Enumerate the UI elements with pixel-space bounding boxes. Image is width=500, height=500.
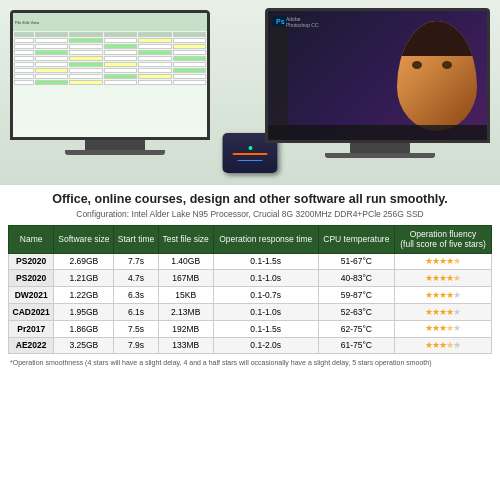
specs-table: Name Software size Start time Test file … <box>8 225 492 354</box>
cell-response: 0.1-1.0s <box>213 270 318 287</box>
cell-stars: ★★★★★ <box>394 287 491 304</box>
cell-test-file: 133MB <box>158 337 213 354</box>
footnote: *Operation smoothness (4 stars will have… <box>8 358 492 367</box>
cell-cpu-temp: 61-75°C <box>318 337 394 354</box>
monitor-right: Ps AdobePhotoshop CC <box>265 8 495 173</box>
table-row: PS2020 1.21GB 4.7s 167MB 0.1-1.0s 40-83°… <box>9 270 492 287</box>
cell-test-file: 2.13MB <box>158 304 213 321</box>
cell-cpu-temp: 40-83°C <box>318 270 394 287</box>
cell-stars: ★★★★★ <box>394 304 491 321</box>
cell-start-time: 7.7s <box>114 253 158 270</box>
config-line: Configuration: Intel Alder Lake N95 Proc… <box>8 209 492 219</box>
cell-stars: ★★★★★ <box>394 320 491 337</box>
cell-stars: ★★★★★ <box>394 270 491 287</box>
cell-response: 0.1-1.5s <box>213 253 318 270</box>
cell-name: PS2020 <box>9 270 54 287</box>
cell-cpu-temp: 59-87°C <box>318 287 394 304</box>
cell-test-file: 1.40GB <box>158 253 213 270</box>
cell-start-time: 4.7s <box>114 270 158 287</box>
cell-cpu-temp: 52-63°C <box>318 304 394 321</box>
cell-cpu-temp: 51-67°C <box>318 253 394 270</box>
table-row: AE2022 3.25GB 7.9s 133MB 0.1-2.0s 61-75°… <box>9 337 492 354</box>
col-header-response: Operation response time <box>213 226 318 253</box>
headline: Office, online courses, design and other… <box>8 191 492 207</box>
cell-software-size: 1.86GB <box>54 320 114 337</box>
monitor-left: File Edit View <box>10 10 220 170</box>
cell-response: 0.1-2.0s <box>213 337 318 354</box>
cell-software-size: 3.25GB <box>54 337 114 354</box>
table-row: Pr2017 1.86GB 7.5s 192MB 0.1-1.5s 62-75°… <box>9 320 492 337</box>
col-header-fluency: Operation fluency(full score of five sta… <box>394 226 491 253</box>
cell-cpu-temp: 62-75°C <box>318 320 394 337</box>
table-row: DW2021 1.22GB 6.3s 15KB 0.1-0.7s 59-87°C… <box>9 287 492 304</box>
hero-image: File Edit View <box>0 0 500 185</box>
col-header-software-size: Software size <box>54 226 114 253</box>
col-header-start-time: Start time <box>114 226 158 253</box>
cell-stars: ★★★★★ <box>394 337 491 354</box>
cell-start-time: 7.5s <box>114 320 158 337</box>
col-header-name: Name <box>9 226 54 253</box>
col-header-test-file: Test file size <box>158 226 213 253</box>
cell-name: DW2021 <box>9 287 54 304</box>
cell-start-time: 6.3s <box>114 287 158 304</box>
col-header-cpu: CPU temperature <box>318 226 394 253</box>
cell-test-file: 15KB <box>158 287 213 304</box>
cell-response: 0.1-0.7s <box>213 287 318 304</box>
table-row: CAD2021 1.95GB 6.1s 2.13MB 0.1-1.0s 52-6… <box>9 304 492 321</box>
cell-response: 0.1-1.0s <box>213 304 318 321</box>
cell-software-size: 2.69GB <box>54 253 114 270</box>
cell-name: CAD2021 <box>9 304 54 321</box>
cell-start-time: 7.9s <box>114 337 158 354</box>
cell-name: PS2020 <box>9 253 54 270</box>
cell-test-file: 192MB <box>158 320 213 337</box>
cell-start-time: 6.1s <box>114 304 158 321</box>
cell-test-file: 167MB <box>158 270 213 287</box>
cell-stars: ★★★★★ <box>394 253 491 270</box>
main-content: Office, online courses, design and other… <box>0 185 500 372</box>
cell-software-size: 1.95GB <box>54 304 114 321</box>
cell-name: AE2022 <box>9 337 54 354</box>
table-row: PS2020 2.69GB 7.7s 1.40GB 0.1-1.5s 51-67… <box>9 253 492 270</box>
cell-software-size: 1.22GB <box>54 287 114 304</box>
cell-software-size: 1.21GB <box>54 270 114 287</box>
cell-name: Pr2017 <box>9 320 54 337</box>
cell-response: 0.1-1.5s <box>213 320 318 337</box>
